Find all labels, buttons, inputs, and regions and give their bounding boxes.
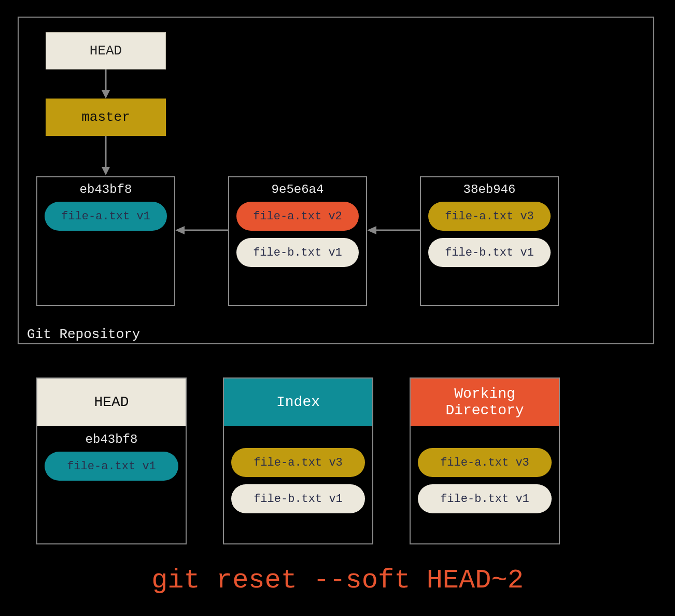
tree-index-box: Index file-a.txt v3 file-b.txt v1 [223,377,373,544]
tree-wd-box: Working Directory file-a.txt v3 file-b.t… [410,377,560,544]
tree-wd-title: Working Directory [445,386,524,419]
svg-marker-5 [175,226,185,234]
commit-2-file-pill-1: file-a.txt v2 [236,202,359,231]
tree-index-title: Index [276,394,320,411]
tree-head-header: HEAD [37,379,186,426]
arrow-head-to-master [99,69,113,99]
svg-marker-3 [102,167,110,175]
commit-box-1: eb43bf8 file-a.txt v1 [36,176,175,306]
arrow-commit2-to-commit1 [175,223,228,237]
arrow-master-to-commit [99,136,113,175]
head-pointer-box: HEAD [46,32,166,69]
tree-index-file-pill-2: file-b.txt v1 [231,484,365,513]
tree-head-hash: eb43bf8 [37,432,186,446]
command-caption: git reset --soft HEAD~2 [0,565,675,596]
head-pointer-label: HEAD [90,43,122,59]
arrow-commit3-to-commit2 [367,223,420,237]
tree-head-box: HEAD eb43bf8 file-a.txt v1 [36,377,187,544]
commit-hash-1: eb43bf8 [37,183,174,197]
commit-2-file-pill-2: file-b.txt v1 [236,238,359,267]
commit-hash-3: 38eb946 [421,183,558,197]
commit-box-2: 9e5e6a4 file-a.txt v2 file-b.txt v1 [228,176,367,306]
tree-index-file-pill-1: file-a.txt v3 [231,448,365,477]
svg-marker-1 [102,90,110,99]
commit-3-file-pill-2: file-b.txt v1 [428,238,551,267]
commit-box-3: 38eb946 file-a.txt v3 file-b.txt v1 [420,176,559,306]
commit-1-file-pill: file-a.txt v1 [45,202,167,231]
tree-wd-header: Working Directory [411,379,559,426]
commit-3-file-pill-1: file-a.txt v3 [428,202,551,231]
tree-index-header: Index [224,379,372,426]
diagram-canvas: Git Repository HEAD master eb43bf8 file-… [0,0,675,616]
tree-head-title: HEAD [94,394,129,411]
tree-wd-file-pill-2: file-b.txt v1 [418,484,552,513]
master-branch-label: master [81,109,130,125]
tree-head-file-pill: file-a.txt v1 [45,452,178,481]
commit-hash-2: 9e5e6a4 [229,183,366,197]
git-repository-label: Git Repository [24,327,143,342]
master-branch-box: master [46,99,166,136]
svg-marker-7 [367,226,376,234]
tree-wd-file-pill-1: file-a.txt v3 [418,448,552,477]
